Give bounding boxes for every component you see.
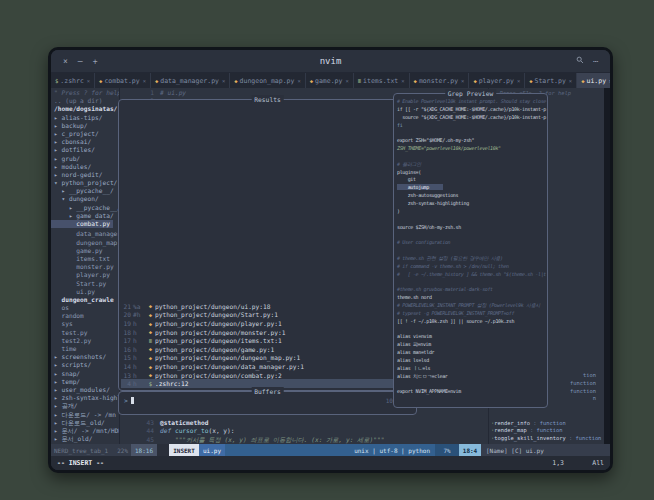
symbol-separator: :	[530, 420, 540, 426]
tab-close-icon[interactable]: ×	[87, 78, 90, 84]
tab-close-icon[interactable]: ×	[401, 78, 404, 84]
tab-game.py[interactable]: ◆game.py×	[306, 73, 354, 88]
tree-item[interactable]: game.py	[51, 247, 119, 255]
tab-close-icon[interactable]: ×	[222, 78, 225, 84]
tree-item[interactable]: ▸ zsh-syntax-highl	[51, 394, 119, 402]
tree-item[interactable]: os	[51, 304, 119, 312]
tree-item[interactable]: /home/dogsinatas/	[51, 105, 119, 113]
tree-item[interactable]: ▸ user_modules/	[51, 386, 119, 394]
preview-line: theme.sh nord	[394, 294, 547, 302]
scrollbar-track[interactable]	[604, 88, 610, 444]
result-row[interactable]: 15h◆python_project/dungeon/dungeon_map.p…	[121, 354, 414, 363]
result-row[interactable]: 18h◆python_project/dungeon/monster.py:1	[121, 328, 414, 337]
result-row[interactable]: 19h◆python_project/dungeon/player.py:1	[121, 319, 414, 328]
tree-item[interactable]: ▸ modules/	[51, 163, 119, 171]
menu-more-icon[interactable]: ⋯	[593, 57, 598, 66]
tab-close-icon[interactable]: ×	[517, 78, 520, 84]
line-number: 44	[120, 427, 160, 435]
tree-item[interactable]: ui.py	[51, 288, 119, 296]
result-row[interactable]: 21%a◆python_project/dungeon/ui.py:18	[121, 302, 414, 311]
tree-item[interactable]: ▸ snap/	[51, 370, 119, 378]
result-row[interactable]: 16h◆python_project/dungeon/game.py:1	[121, 345, 414, 354]
tree-item[interactable]: ▸ c_project/	[51, 130, 119, 138]
tree-item[interactable]: " Press ? for help	[51, 89, 119, 97]
tree-item[interactable]: test.py	[51, 329, 119, 337]
buffer-number: 21	[121, 303, 131, 310]
tree-item[interactable]: data_manager	[51, 230, 119, 238]
tab-Start.py[interactable]: ◆Start.py×	[525, 73, 577, 88]
tree-item[interactable]: monster.py	[51, 263, 119, 271]
tree-item[interactable]: ▸ 바탕화면/	[51, 443, 119, 444]
tree-item[interactable]: time	[51, 345, 119, 353]
tab-combat.py[interactable]: ◆combat.py×	[95, 73, 151, 88]
mode-indicator: INSERT	[169, 444, 199, 456]
tab-label: combat.py	[104, 77, 139, 85]
buffer-flags: h	[131, 337, 146, 344]
outline-fragment: function	[570, 380, 596, 388]
tree-item[interactable]: ▸ screenshots/	[51, 353, 119, 361]
tab-.zshrc[interactable]: $.zshrc×	[51, 73, 95, 88]
tree-item[interactable]: random	[51, 312, 119, 320]
search-icon[interactable]	[576, 56, 584, 66]
tab-close-icon[interactable]: ×	[345, 78, 348, 84]
statusline-fileinfo: unix | utf-8 | python	[225, 444, 435, 456]
tree-item[interactable]: ▸ 공개/	[51, 402, 119, 410]
tree-item[interactable]: ▸ 문서_old/	[51, 435, 119, 443]
tab-data_manager.py[interactable]: ◆data_manager.py×	[151, 73, 230, 88]
outline-fragment: function	[570, 388, 596, 396]
tree-item[interactable]: ▸ 문서/ -> /mnt/HDD/문서/	[51, 427, 119, 435]
tree-item[interactable]: ▾ python_project/	[51, 179, 119, 187]
tree-item[interactable]: ▸ dotfiles/	[51, 146, 119, 154]
tree-item[interactable]: ▸ game_data/	[51, 212, 119, 220]
code-segment: # ui.py	[160, 89, 186, 96]
result-row[interactable]: 17h≣python_project/dungeon/items.txt:1	[121, 336, 414, 345]
preview-line: autojump	[394, 184, 547, 192]
tree-item[interactable]: ▸ 다운로드_old/	[51, 419, 119, 427]
tree-item[interactable]: combat.py	[51, 220, 113, 228]
symbol-type: function	[536, 427, 562, 433]
tree-item[interactable]: ▸ 다운로드/ -> /mn	[51, 411, 119, 419]
tab-ui.py[interactable]: ◆ui.py×	[577, 73, 610, 88]
symbol-name: toggle_skill_inventory	[494, 435, 565, 441]
tree-item[interactable]: ▾ dungeon/	[51, 195, 119, 203]
result-row[interactable]: 13h◆python_project/dungeon/combat.py:2	[121, 371, 414, 380]
tree-item[interactable]: player.py	[51, 271, 119, 279]
preview-line: export NVIM_APPNAME=nvim	[394, 388, 547, 396]
tree-item[interactable]: ▸ alias-tips/	[51, 114, 119, 122]
tree-item[interactable]: dungeon_map.	[51, 239, 119, 247]
tree-item[interactable]: test2.py	[51, 337, 119, 345]
result-row[interactable]: 20#h◆python_project/dungeon/Start.py:1	[121, 311, 414, 320]
tab-close-icon[interactable]: ×	[569, 78, 572, 84]
tree-item[interactable]: ▸ __pycache__/	[51, 187, 119, 195]
outline-item[interactable]: ·render_map : function	[491, 427, 601, 435]
symbol-separator: :	[566, 435, 576, 441]
result-row[interactable]: 14h◆python_project/dungeon/data_manager.…	[121, 362, 414, 371]
tree-item[interactable]: sys	[51, 320, 119, 328]
statusline-gap	[157, 444, 169, 456]
tree-item[interactable]: ▸ cbonsai/	[51, 138, 119, 146]
tab-items.txt[interactable]: ≣items.txt×	[354, 73, 410, 88]
tree-item[interactable]: ▸ grub/	[51, 155, 119, 163]
tab-close-icon[interactable]: ×	[297, 78, 300, 84]
outline-item[interactable]: ·toggle_skill_inventory : function	[491, 435, 601, 443]
tree-item[interactable]: .. (up a dir)	[51, 97, 119, 105]
tree-item[interactable]: ▸ __pycache__/	[51, 204, 119, 212]
tree-item[interactable]: ▸ temp/	[51, 378, 119, 386]
tab-close-icon[interactable]: ×	[143, 78, 146, 84]
tree-item[interactable]: ▸ nord-gedit/	[51, 171, 119, 179]
tab-player.py[interactable]: ◆player.py×	[469, 73, 525, 88]
command-line[interactable]: -- INSERT -- 1,3 All	[51, 456, 610, 470]
tree-item[interactable]: ▸ scripts/	[51, 361, 119, 369]
tab-close-icon[interactable]: ×	[461, 78, 464, 84]
tab-monster.py[interactable]: ◆monster.py×	[410, 73, 470, 88]
tab-label: ui.py	[586, 77, 606, 85]
python-icon: ◆	[310, 78, 313, 84]
tree-item[interactable]: Start.py	[51, 280, 119, 288]
tree-item[interactable]: items.txt	[51, 255, 119, 263]
tab-close-icon[interactable]: ×	[609, 78, 610, 84]
editor-line: 43@staticmethod	[120, 419, 488, 427]
tree-item[interactable]: dungeon_crawle	[51, 296, 119, 304]
tab-dungeon_map.py[interactable]: ◆dungeon_map.py×	[230, 73, 305, 88]
outline-item[interactable]: ·render_info : function	[491, 420, 601, 428]
tree-item[interactable]: ▸ backup/	[51, 122, 119, 130]
